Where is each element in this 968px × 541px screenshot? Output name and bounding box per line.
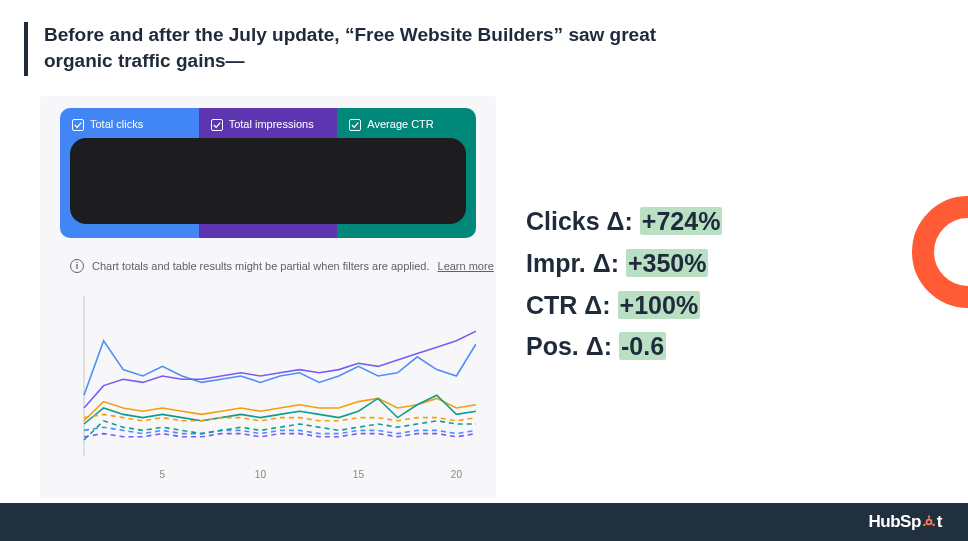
tab-label: Total clicks [90,118,143,130]
svg-point-3 [923,524,925,526]
checkbox-icon [211,119,223,131]
learn-more-link[interactable]: Learn more [438,260,494,272]
checkbox-icon [72,119,84,131]
redacted-block [70,138,466,224]
logo-text-post: t [937,512,942,532]
svg-point-4 [932,524,934,526]
stat-label: Pos. Δ: [526,332,619,360]
x-tick: 5 [160,469,166,480]
title-accent-bar [24,22,28,76]
stat-label: Impr. Δ: [526,249,626,277]
stat-value: +100% [618,291,701,319]
stat-value: +350% [626,249,709,277]
stat-position: Pos. Δ: -0.6 [526,330,722,364]
hubspot-logo: HubSp t [869,512,942,532]
title-block: Before and after the July update, “Free … [24,22,664,76]
stat-value: -0.6 [619,332,666,360]
line-chart: 5101520 [78,292,476,462]
x-tick: 20 [451,469,462,480]
orange-ring-icon [912,196,968,308]
gsc-card: Total clicks Total impressions Average C… [40,96,496,498]
info-icon: i [70,259,84,273]
stat-value: +724% [640,207,723,235]
x-tick: 10 [255,469,266,480]
info-row: i Chart totals and table results might b… [70,259,494,273]
stat-ctr: CTR Δ: +100% [526,289,722,323]
stats-block: Clicks Δ: +724% Impr. Δ: +350% CTR Δ: +1… [526,205,722,364]
slide: Before and after the July update, “Free … [0,0,968,541]
logo-text-pre: HubSp [869,512,921,532]
x-tick: 15 [353,469,364,480]
tab-label: Average CTR [367,118,433,130]
stat-impressions: Impr. Δ: +350% [526,247,722,281]
footer-bar: HubSp t [0,503,968,541]
slide-title: Before and after the July update, “Free … [44,22,664,73]
checkbox-icon [349,119,361,131]
sprocket-icon [922,515,936,529]
stat-label: Clicks Δ: [526,207,640,235]
stat-clicks: Clicks Δ: +724% [526,205,722,239]
svg-point-2 [928,516,930,518]
stat-label: CTR Δ: [526,291,618,319]
info-text: Chart totals and table results might be … [92,260,430,272]
tab-label: Total impressions [229,118,314,130]
